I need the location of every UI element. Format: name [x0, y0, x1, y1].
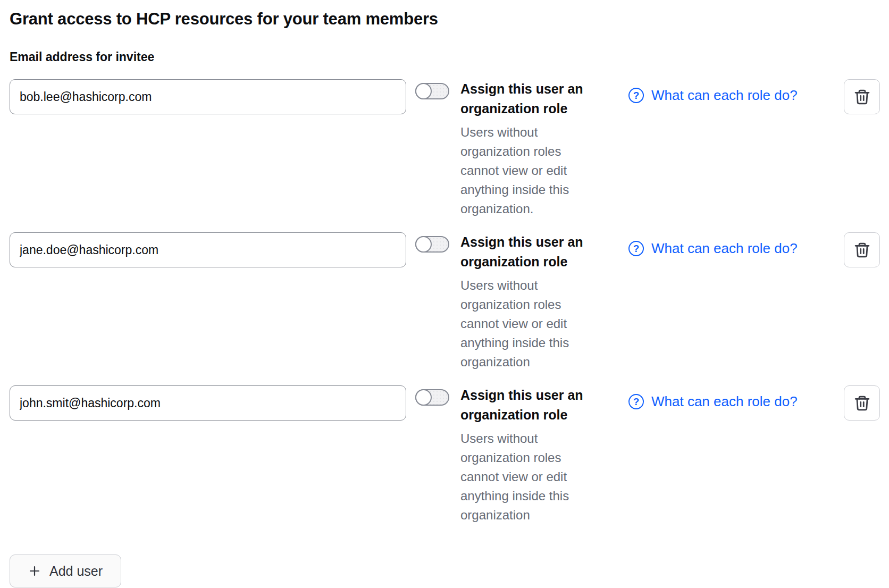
question-circle-icon: ? — [628, 88, 644, 103]
trash-icon — [853, 241, 871, 259]
toggle-knob-icon — [415, 236, 432, 253]
invite-row: Assign this user an organization role Us… — [10, 385, 880, 525]
delete-row-button[interactable] — [844, 232, 880, 267]
invite-row: Assign this user an organization role Us… — [10, 232, 880, 372]
trash-icon — [853, 394, 871, 412]
toggle-help-text: Users without organization roles cannot … — [460, 276, 597, 372]
toggle-label: Assign this user an organization role — [460, 232, 597, 272]
email-input[interactable] — [10, 79, 406, 114]
question-circle-icon: ? — [628, 394, 644, 409]
trash-icon — [853, 88, 871, 106]
email-input[interactable] — [10, 232, 406, 267]
role-link-label: What can each role do? — [651, 393, 798, 410]
org-role-toggle[interactable] — [415, 83, 449, 99]
add-user-label: Add user — [49, 564, 103, 579]
role-info-link[interactable]: ? What can each role do? — [628, 393, 798, 410]
role-info-link[interactable]: ? What can each role do? — [628, 87, 798, 104]
toggle-help-text: Users without organization roles cannot … — [460, 123, 597, 219]
toggle-knob-icon — [415, 389, 432, 406]
role-link-label: What can each role do? — [651, 240, 798, 257]
page-title: Grant access to HCP resources for your t… — [10, 10, 880, 29]
email-field-label: Email address for invitee — [10, 50, 880, 64]
email-input[interactable] — [10, 385, 406, 421]
toggle-knob-icon — [415, 83, 432, 99]
invite-row: Assign this user an organization role Us… — [10, 79, 880, 219]
role-description: Assign this user an organization role Us… — [460, 385, 597, 525]
toggle-help-text: Users without organization roles cannot … — [460, 429, 597, 525]
role-link-label: What can each role do? — [651, 87, 798, 104]
org-role-toggle[interactable] — [415, 236, 449, 253]
toggle-label: Assign this user an organization role — [460, 385, 597, 425]
role-description: Assign this user an organization role Us… — [460, 79, 597, 219]
delete-row-button[interactable] — [844, 385, 880, 421]
add-user-button[interactable]: Add user — [10, 555, 121, 587]
toggle-label: Assign this user an organization role — [460, 79, 597, 119]
org-role-toggle[interactable] — [415, 389, 449, 406]
plus-icon — [28, 565, 41, 577]
question-circle-icon: ? — [628, 241, 644, 256]
delete-row-button[interactable] — [844, 79, 880, 114]
role-description: Assign this user an organization role Us… — [460, 232, 597, 372]
role-info-link[interactable]: ? What can each role do? — [628, 240, 798, 257]
